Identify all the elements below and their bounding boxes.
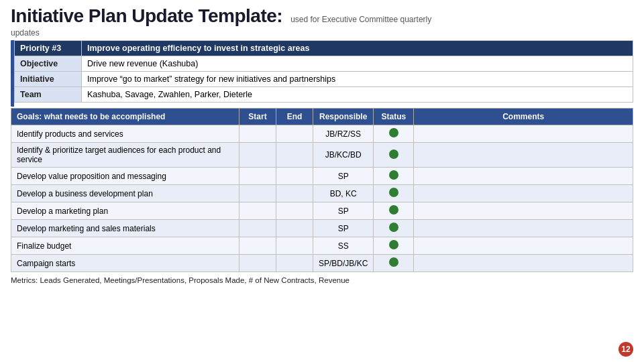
status-dot-icon [389,240,398,249]
goal-end [276,255,313,272]
info-label: Initiative [15,72,82,87]
goals-row: Develop a marketing plan SP [11,202,633,220]
goal-responsible: SP [313,168,374,185]
status-dot-icon [389,223,398,232]
goal-start [239,185,276,202]
goal-start [239,143,276,168]
goal-status [374,168,414,185]
goals-row: Develop value proposition and messaging … [11,168,633,185]
info-row: Objective Drive new revenue (Kashuba) [15,56,633,72]
goal-end [276,168,313,185]
goals-row: Finalize budget SS [11,237,633,255]
goal-status [374,255,414,272]
status-dot-icon [389,170,398,180]
content-area: Priority #3 Improve operating efficiency… [0,40,644,272]
goals-header-cell: Status [374,109,414,125]
goal-text: Identify products and services [11,125,239,143]
goal-start [239,168,276,185]
goal-responsible: JB/KC/BD [313,143,374,168]
info-label: Priority #3 [15,41,82,56]
info-wrapper: Priority #3 Improve operating efficiency… [11,40,633,107]
goal-responsible: SS [313,237,374,255]
info-row: Initiative Improve “go to market” strate… [15,72,633,87]
goal-text: Develop a business development plan [11,185,239,202]
goal-end [276,125,313,143]
goal-comments [414,255,633,272]
goal-start [239,255,276,272]
updates-label: updates [0,28,644,38]
status-dot-icon [389,149,398,159]
goal-responsible: SP [313,220,374,237]
goals-row: Develop a business development plan BD, … [11,185,633,202]
header: Initiative Plan Update Template: used fo… [0,0,644,28]
header-subtitle: used for Executive Committee quarterly [290,15,431,24]
goals-header-cell: Goals: what needs to be accomplished [11,109,239,125]
status-dot-icon [389,188,398,197]
goals-row: Identify & prioritize target audiences f… [11,143,633,168]
goal-status [374,237,414,255]
goals-row: Identify products and services JB/RZ/SS [11,125,633,143]
goal-comments [414,168,633,185]
goal-status [374,143,414,168]
goal-text: Develop marketing and sales materials [11,220,239,237]
info-table-wrap: Priority #3 Improve operating efficiency… [14,40,633,107]
goal-start [239,202,276,220]
goals-row: Campaign starts SP/BD/JB/KC [11,255,633,272]
goal-status [374,185,414,202]
info-row: Team Kashuba, Savage, Zwahlen, Parker, D… [15,87,633,103]
goal-end [276,202,313,220]
goal-comments [414,202,633,220]
goal-status [374,125,414,143]
goal-text: Identify & prioritize target audiences f… [11,143,239,168]
goal-end [276,237,313,255]
goal-end [276,185,313,202]
goals-header-cell: Responsible [313,109,374,125]
page-number: 12 [619,342,633,357]
goal-comments [414,125,633,143]
goal-text: Develop a marketing plan [11,202,239,220]
goal-text: Finalize budget [11,237,239,255]
goal-responsible: SP [313,202,374,220]
info-table: Priority #3 Improve operating efficiency… [14,40,633,103]
info-row: Priority #3 Improve operating efficiency… [15,41,633,56]
goal-end [276,143,313,168]
goal-status [374,220,414,237]
info-value: Improve operating efficiency to invest i… [82,41,633,56]
page-title: Initiative Plan Update Template: [11,5,282,27]
goal-start [239,220,276,237]
goals-header-cell: End [276,109,313,125]
goal-comments [414,185,633,202]
info-value: Improve “go to market” strategy for new … [82,72,633,87]
info-value: Drive new revenue (Kashuba) [82,56,633,72]
goal-text: Develop value proposition and messaging [11,168,239,185]
goal-start [239,125,276,143]
goal-end [276,220,313,237]
goal-text: Campaign starts [11,255,239,272]
info-value: Kashuba, Savage, Zwahlen, Parker, Dieter… [82,87,633,103]
goal-start [239,237,276,255]
goal-status [374,202,414,220]
info-label: Objective [15,56,82,72]
goal-comments [414,237,633,255]
status-dot-icon [389,128,398,137]
goal-responsible: JB/RZ/SS [313,125,374,143]
goals-table: Goals: what needs to be accomplishedStar… [11,108,633,272]
goals-header-cell: Comments [414,109,633,125]
metrics-line: Metrics: Leads Generated, Meetings/Prese… [0,272,644,284]
goal-comments [414,220,633,237]
status-dot-icon [389,205,398,215]
goals-header-cell: Start [239,109,276,125]
goal-responsible: SP/BD/JB/KC [313,255,374,272]
goal-comments [414,143,633,168]
status-dot-icon [389,257,398,267]
goal-responsible: BD, KC [313,185,374,202]
info-label: Team [15,87,82,103]
goals-row: Develop marketing and sales materials SP [11,220,633,237]
